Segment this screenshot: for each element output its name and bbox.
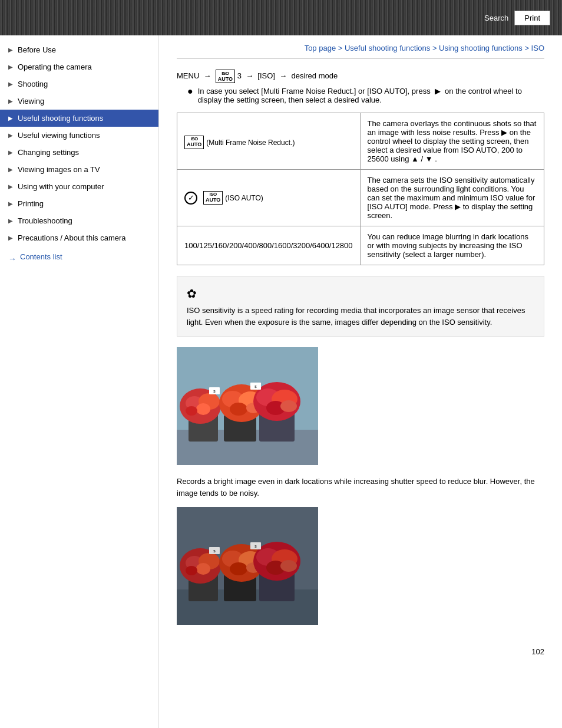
sidebar-item-useful-shooting-functions[interactable]: ▶Useful shooting functions [0, 110, 158, 127]
sidebar-arrow-icon: ▶ [8, 200, 14, 207]
menu-line1: MENU → ISOAUTO 3 → [ISO] → desired mode [177, 70, 544, 83]
sidebar-arrow-icon: ▶ [8, 183, 14, 190]
bullet-text: In case you select [Multi Frame Noise Re… [198, 87, 544, 104]
menu-instruction: MENU → ISOAUTO 3 → [ISO] → desired mode … [177, 70, 544, 104]
breadcrumb-sep3: > [524, 44, 531, 52]
breadcrumb-top[interactable]: Top page [305, 44, 336, 52]
sidebar-item-label: Useful shooting functions [18, 114, 103, 123]
sidebar-item-precautions---about-this-camera[interactable]: ▶Precautions / About this camera [0, 229, 158, 246]
svg-point-9 [186, 406, 197, 416]
print-button[interactable]: Print [514, 11, 550, 25]
table-cell-right-3: You can reduce image blurring in dark lo… [360, 226, 544, 265]
menu-bullet: ● In case you select [Multi Frame Noise … [177, 87, 544, 104]
sidebar-item-label: Before Use [18, 45, 56, 54]
sidebar-item-viewing[interactable]: ▶Viewing [0, 93, 158, 110]
svg-point-19 [280, 400, 297, 412]
sidebar-item-label: Precautions / About this camera [18, 233, 126, 242]
svg-point-13 [230, 403, 247, 416]
sidebar-item-label: Troubleshooting [18, 216, 72, 225]
page-number: 102 [177, 635, 544, 662]
flower-svg-1: $ $ [177, 347, 318, 465]
table-cell-right-1: The camera overlays the continuous shots… [360, 113, 544, 170]
tip-icon: ✿ [187, 285, 534, 302]
main-content: Top page > Useful shooting functions > U… [159, 35, 562, 728]
table-cell-left-1: ISO AUTO (Multi Frame Noise Reduct.) [177, 113, 361, 170]
table-row: ✓ ISO AUTO (ISO AUTO) The camera sets th… [177, 170, 544, 226]
sidebar-item-operating-the-camera[interactable]: ▶Operating the camera [0, 58, 158, 75]
sidebar-arrow-icon: ▶ [8, 132, 14, 139]
sidebar-item-label: Shooting [18, 80, 48, 88]
sidebar-item-using-with-your-computer[interactable]: ▶Using with your computer [0, 178, 158, 195]
sidebar-arrow-icon: ▶ [8, 115, 14, 121]
header: Search Print [0, 0, 562, 35]
tip-text: ISO sensitivity is a speed rating for re… [187, 306, 525, 327]
iso-auto-label: (ISO AUTO) [225, 194, 263, 202]
sidebar-item-printing[interactable]: ▶Printing [0, 195, 158, 212]
iso-table: ISO AUTO (Multi Frame Noise Reduct.) The… [177, 113, 544, 265]
contents-list-link[interactable]: Contents list [0, 246, 158, 267]
breadcrumb-iso[interactable]: ISO [531, 44, 544, 52]
iso-multi-frame-icon: ISO AUTO (Multi Frame Noise Reduct.) [184, 136, 295, 149]
sidebar-arrow-icon: ▶ [8, 81, 14, 87]
iso-badge-1: ISO AUTO [184, 136, 204, 149]
iso-auto-icon: ✓ ISO AUTO (ISO AUTO) [184, 191, 263, 205]
sidebar-item-label: Viewing images on a TV [18, 165, 100, 174]
table-cell-left-2: ✓ ISO AUTO (ISO AUTO) [177, 170, 361, 226]
breadcrumb: Top page > Useful shooting functions > U… [177, 35, 544, 59]
sidebar-item-shooting[interactable]: ▶Shooting [0, 75, 158, 93]
sidebar-arrow-icon: ▶ [8, 98, 14, 104]
bullet-dot: ● [187, 87, 193, 96]
flower-image-1: $ $ [177, 347, 318, 465]
iso-badge-2: ISO AUTO [203, 191, 223, 205]
multi-frame-label: (Multi Frame Noise Reduct.) [206, 139, 295, 147]
contents-arrow-icon [8, 254, 18, 260]
sidebar-arrow-icon: ▶ [8, 149, 14, 156]
sidebar-item-before-use[interactable]: ▶Before Use [0, 41, 158, 58]
iso-values-label: 100/125/160/200/400/800/1600/3200/6400/1… [184, 241, 353, 250]
sidebar-item-label: Using with your computer [18, 182, 104, 191]
sidebar-arrow-icon: ▶ [8, 64, 14, 70]
breadcrumb-sep2: > [432, 44, 439, 52]
flower-svg-2: $ $ [177, 507, 318, 625]
sidebar-item-useful-viewing-functions[interactable]: ▶Useful viewing functions [0, 127, 158, 144]
tip-box: ✿ ISO sensitivity is a speed rating for … [177, 276, 544, 337]
breadcrumb-sep1: > [338, 44, 345, 52]
sidebar-arrow-icon: ▶ [8, 235, 14, 241]
photo-caption-1: Records a bright image even in dark loca… [177, 476, 544, 499]
table-row: ISO AUTO (Multi Frame Noise Reduct.) The… [177, 113, 544, 170]
photo-block-2: $ $ [177, 507, 544, 625]
svg-point-34 [186, 566, 197, 575]
sidebar: ▶Before Use▶Operating the camera▶Shootin… [0, 35, 159, 728]
table-cell-left-3: 100/125/160/200/400/800/1600/3200/6400/1… [177, 226, 361, 265]
svg-point-8 [196, 403, 210, 415]
svg-point-38 [230, 562, 247, 575]
sidebar-item-label: Useful viewing functions [18, 131, 100, 140]
table-cell-right-2: The camera sets the ISO sensitivity auto… [360, 170, 544, 226]
contents-list-label: Contents list [20, 252, 62, 261]
sidebar-arrow-icon: ▶ [8, 47, 14, 53]
sidebar-item-label: Viewing [18, 97, 44, 106]
sidebar-item-troubleshooting[interactable]: ▶Troubleshooting [0, 212, 158, 229]
search-button[interactable]: Search [484, 14, 508, 22]
sidebar-item-label: Changing settings [18, 148, 79, 157]
flower-image-2: $ $ [177, 507, 318, 625]
sidebar-item-changing-settings[interactable]: ▶Changing settings [0, 144, 158, 161]
sidebar-arrow-icon: ▶ [8, 166, 14, 173]
sidebar-arrow-icon: ▶ [8, 218, 14, 224]
svg-point-44 [280, 560, 297, 572]
photo-block-1: $ $ [177, 347, 544, 465]
checkmark-icon: ✓ [184, 192, 197, 205]
sidebar-item-label: Operating the camera [18, 62, 92, 71]
table-row: 100/125/160/200/400/800/1600/3200/6400/1… [177, 226, 544, 265]
svg-point-33 [196, 563, 210, 575]
breadcrumb-using-shooting[interactable]: Using shooting functions [439, 44, 523, 52]
sidebar-item-label: Printing [18, 199, 44, 208]
breadcrumb-useful-shooting[interactable]: Useful shooting functions [345, 44, 430, 52]
sidebar-item-viewing-images-on-a-tv[interactable]: ▶Viewing images on a TV [0, 161, 158, 178]
